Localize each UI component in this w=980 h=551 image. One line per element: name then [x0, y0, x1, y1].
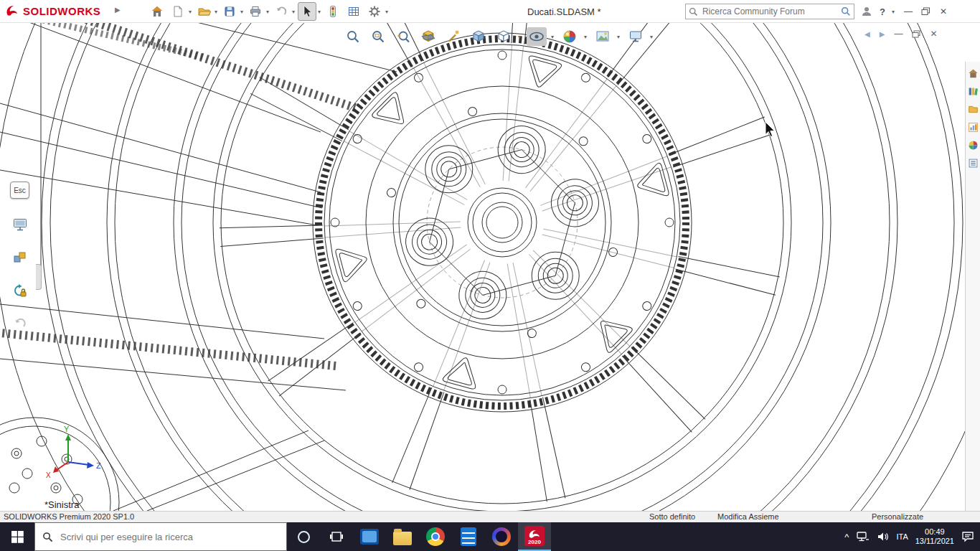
- heads-up-toolbar: ▾ ▾ ▾ ▾ ▾: [343, 27, 654, 46]
- view-settings-caret[interactable]: ▾: [650, 34, 653, 40]
- zoom-to-area-button[interactable]: [368, 27, 388, 46]
- print-button[interactable]: [246, 2, 265, 21]
- previous-view-button[interactable]: [393, 27, 413, 46]
- previous-pane-button[interactable]: ◀: [864, 30, 870, 38]
- blue-document-app-icon: [461, 527, 476, 546]
- system-tray: ^ ITA 00:49 13/11/2021: [844, 522, 980, 551]
- tab-appearances[interactable]: [967, 139, 979, 151]
- volume-icon[interactable]: [877, 531, 889, 542]
- home-icon: [151, 5, 164, 18]
- app-file-explorer[interactable]: [386, 522, 419, 551]
- restore-button[interactable]: [921, 7, 930, 16]
- user-account-icon[interactable]: [861, 6, 872, 17]
- edit-appearance-caret[interactable]: ▾: [584, 34, 587, 40]
- triad-x-label: X: [46, 471, 51, 479]
- magic-wand-icon: [446, 29, 461, 44]
- tab-custom-properties[interactable]: [967, 157, 979, 169]
- tab-design-library[interactable]: [967, 85, 979, 97]
- component-preview-button[interactable]: [9, 247, 31, 268]
- open-document-button[interactable]: [194, 2, 213, 21]
- new-document-button[interactable]: [169, 2, 187, 21]
- save-button[interactable]: [220, 2, 239, 21]
- view-settings-button[interactable]: [626, 27, 646, 46]
- options-caret[interactable]: ▾: [385, 9, 388, 15]
- network-icon[interactable]: [856, 531, 870, 542]
- hide-show-caret[interactable]: ▾: [551, 34, 554, 40]
- design-table-button[interactable]: [344, 2, 363, 21]
- esc-key-button[interactable]: Esc: [10, 182, 29, 199]
- save-icon: [223, 5, 236, 18]
- apply-scene-button[interactable]: [593, 27, 613, 46]
- undo-caret[interactable]: ▾: [292, 9, 295, 15]
- start-button[interactable]: [0, 522, 34, 551]
- language-indicator[interactable]: ITA: [896, 532, 908, 541]
- triad-y-label: Y: [64, 425, 70, 433]
- tab-view-palette[interactable]: [967, 121, 979, 133]
- taskbar-search[interactable]: [34, 522, 287, 551]
- filter-button[interactable]: [443, 27, 463, 46]
- display-style-cube-icon: [496, 29, 511, 44]
- doc-restore-button[interactable]: [912, 30, 920, 38]
- rotate-lock-button[interactable]: [9, 280, 31, 301]
- undo-button[interactable]: [272, 2, 291, 21]
- undo-view-button[interactable]: [9, 313, 31, 334]
- gear-icon: [368, 5, 381, 18]
- rebuild-button[interactable]: [324, 2, 342, 21]
- tab-file-explorer[interactable]: [967, 103, 979, 115]
- select-tool-button[interactable]: [298, 2, 316, 21]
- next-pane-button[interactable]: ▶: [880, 30, 885, 38]
- display-style-caret[interactable]: ▾: [518, 34, 521, 40]
- hidden-icons-caret[interactable]: ^: [844, 532, 849, 542]
- mouse-cursor: [765, 122, 775, 137]
- doc-close-button[interactable]: ✕: [930, 29, 937, 39]
- display-style-button[interactable]: [494, 27, 514, 46]
- preview-window-icon: [13, 218, 27, 231]
- rebuild-traffic-light-icon: [328, 5, 338, 18]
- document-title: Ducati.SLDASM *: [527, 6, 601, 17]
- options-button[interactable]: [365, 2, 384, 21]
- app-blue-document[interactable]: [452, 522, 485, 551]
- solidworks-swoosh-icon: [527, 529, 542, 539]
- edit-appearance-button[interactable]: [560, 27, 580, 46]
- display-measure-button[interactable]: [468, 27, 489, 46]
- zoom-to-fit-button[interactable]: [343, 27, 363, 46]
- action-center-icon[interactable]: [961, 531, 974, 542]
- task-view-icon: [329, 530, 344, 543]
- section-view-button[interactable]: [418, 27, 438, 46]
- hide-show-items-button[interactable]: [527, 27, 547, 46]
- task-view-button[interactable]: [320, 522, 353, 551]
- search-icon: [689, 7, 698, 17]
- print-caret[interactable]: ▾: [266, 9, 269, 15]
- community-search-input[interactable]: [701, 6, 838, 17]
- help-button[interactable]: ?: [880, 6, 885, 17]
- clock[interactable]: 00:49 13/11/2021: [915, 527, 954, 546]
- preview-window-button[interactable]: [9, 214, 31, 235]
- brand-text: SOLIDWORKS: [23, 5, 100, 17]
- taskbar-search-input[interactable]: [59, 531, 279, 543]
- tab-resources[interactable]: [967, 67, 979, 79]
- new-document-caret[interactable]: ▾: [189, 9, 192, 15]
- save-caret[interactable]: ▾: [240, 9, 243, 15]
- app-chrome[interactable]: [419, 522, 452, 551]
- app-browser-circle[interactable]: [485, 522, 518, 551]
- solidworks-year-badge: 2020: [528, 539, 541, 546]
- titlebar-right-controls: ? ▾ — ✕: [861, 3, 949, 20]
- status-definition: Sotto definito: [649, 512, 695, 521]
- select-tool-caret[interactable]: ▾: [318, 9, 321, 15]
- toolbar-expand-arrow[interactable]: ▶: [115, 6, 121, 14]
- rotate-lock-icon: [13, 283, 27, 298]
- panel-splitter-handle[interactable]: [36, 264, 42, 290]
- cortana-button[interactable]: [287, 522, 320, 551]
- wheel-assembly-wireframe: [0, 23, 965, 511]
- minimize-button[interactable]: —: [903, 6, 914, 17]
- apply-scene-caret[interactable]: ▾: [617, 34, 620, 40]
- help-caret[interactable]: ▾: [892, 9, 895, 15]
- search-submit-icon[interactable]: [841, 6, 851, 17]
- home-button[interactable]: [148, 2, 166, 21]
- doc-minimize-button[interactable]: —: [894, 29, 903, 39]
- app-blue-monitor[interactable]: [353, 522, 386, 551]
- close-button[interactable]: ✕: [938, 6, 949, 17]
- open-document-caret[interactable]: ▾: [215, 9, 217, 15]
- app-solidworks[interactable]: 2020: [518, 522, 551, 551]
- model-view-wireframe[interactable]: Y Z X: [0, 23, 965, 511]
